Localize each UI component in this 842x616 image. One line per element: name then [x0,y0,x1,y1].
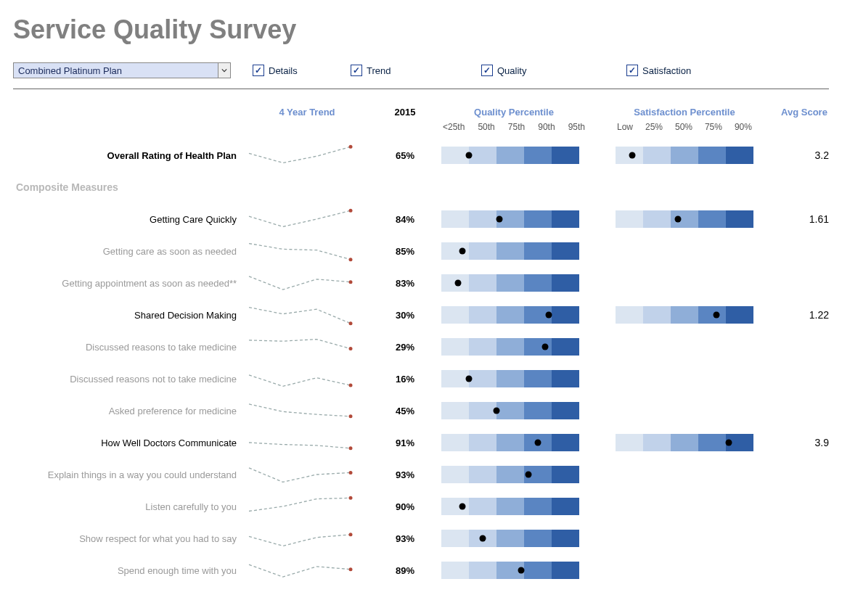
sparkline [245,142,354,168]
measure-label: Shared Decision Making [13,310,245,321]
satisfaction-cell [616,434,753,451]
sparkline [245,461,354,488]
quality-cell [441,402,586,419]
value-2015: 16% [369,374,441,385]
chevron-down-icon [218,63,230,78]
trend-cell [245,334,369,360]
header-avg: Avg Score [775,107,833,118]
measure-row: Getting appointment as soon as needed**8… [13,267,829,299]
check-icon [481,65,493,76]
trend-cell [245,206,369,232]
avg-score: 1.22 [775,309,833,321]
checkbox-label: Details [269,65,298,76]
svg-point-12 [349,567,353,571]
measure-row: Shared Decision Making30%1.22 [13,299,829,331]
checkbox-satisfaction[interactable]: Satisfaction [626,65,735,76]
measure-label: Asked preference for medicine [13,406,245,416]
percentile-bullet [441,242,579,260]
trend-cell [245,302,369,328]
measure-row: How Well Doctors Communicate91%3.9 [13,427,829,459]
quality-cell [441,434,586,451]
avg-score: 3.2 [775,149,833,161]
checkbox-quality[interactable]: Quality [481,65,626,76]
value-2015: 85% [369,246,441,257]
sparkline [245,302,354,328]
sparkline [245,493,354,520]
value-2015: 30% [369,310,441,321]
svg-point-5 [349,347,353,350]
value-2015: 83% [369,278,441,289]
trend-cell [245,142,369,168]
header-trend: 4 Year Trend [245,107,369,118]
sparkline [245,430,354,456]
percentile-bullet [441,274,579,292]
checkbox-details[interactable]: Details [253,65,351,76]
svg-point-1 [349,209,353,213]
sparkline [245,525,354,551]
svg-point-3 [349,280,353,284]
sparkline [245,238,354,264]
value-2015: 90% [369,501,441,512]
check-icon [351,65,362,76]
percentile-bullet [441,466,579,483]
quality-cell [441,338,586,356]
quality-cell [441,466,586,483]
section-label: Composite Measures [13,176,245,199]
svg-point-6 [349,384,353,387]
check-icon [626,65,638,76]
satisfaction-cell [616,306,753,324]
measure-label: Getting care as soon as needed [13,246,245,257]
svg-point-10 [349,496,353,500]
sparkline [245,206,354,232]
checkbox-trend[interactable]: Trend [351,65,481,76]
percentile-bullet [441,402,579,419]
measure-row: Explain things in a way you could unders… [13,459,829,490]
checkbox-label: Quality [497,65,526,76]
header-satisfaction: Satisfaction Percentile [616,107,753,118]
measure-label: Show respect for what you had to say [13,533,245,544]
value-2015: 45% [369,406,441,416]
trend-cell [245,493,369,520]
satisfaction-cell [616,210,753,228]
percentile-bullet [441,370,579,387]
avg-score: 1.61 [775,213,833,225]
percentile-bullet [616,210,753,228]
trend-cell [245,398,369,424]
percentile-bullet [441,147,579,164]
svg-point-2 [349,258,353,261]
avg-score: 3.9 [775,437,833,448]
value-2015: 65% [369,150,441,161]
survey-grid: 4 Year Trend 2015 Quality Percentile Sat… [13,107,829,586]
percentile-bullet [441,210,579,228]
quality-cell [441,274,586,292]
sparkline [245,557,354,583]
percentile-bullet [616,306,753,324]
value-2015: 93% [369,469,441,480]
measure-label: Explain things in a way you could unders… [13,469,245,480]
measure-label: Spend enough time with you [13,565,245,576]
value-2015: 91% [369,438,441,448]
measure-row: Asked preference for medicine45% [13,395,829,427]
svg-point-0 [349,145,353,149]
trend-cell [245,461,369,488]
quality-cell [441,210,586,228]
measure-row: Overall Rating of Health Plan65%3.2 [13,139,829,171]
trend-cell [245,525,369,551]
measure-label: How Well Doctors Communicate [13,438,245,448]
plan-select[interactable]: Combined Platinum Plan [13,62,231,78]
sparkline [245,366,354,392]
page-title: Service Quality Survey [13,15,829,45]
measure-row: Discussed reasons to take medicine29% [13,331,829,363]
sparkline [245,334,354,360]
percentile-bullet [441,498,579,515]
value-2015: 89% [369,565,441,576]
quality-cell [441,370,586,387]
sparkline [245,398,354,424]
checkbox-label: Satisfaction [642,65,691,76]
measure-row: Getting Care Quickly84%1.61 [13,203,829,235]
quality-cell [441,498,586,515]
quality-cell [441,306,586,324]
value-2015: 93% [369,533,441,544]
measure-row: Getting care as soon as needed85% [13,235,829,267]
sparkline [245,270,354,296]
